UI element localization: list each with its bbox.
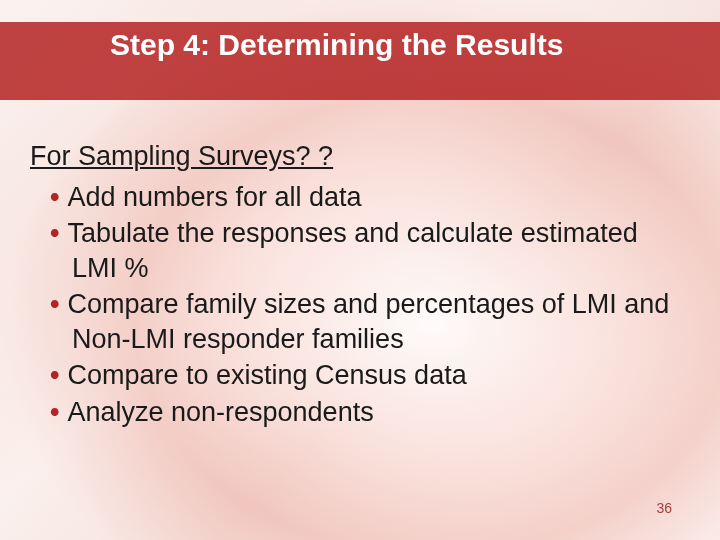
bullet-text: Tabulate the responses and calculate est… (67, 218, 637, 283)
bullet-text: Compare family sizes and percentages of … (67, 289, 669, 354)
list-item: •Add numbers for all data (30, 180, 680, 215)
section-subhead: For Sampling Surveys? ? (30, 140, 680, 174)
bullet-text: Add numbers for all data (67, 182, 361, 212)
list-item: •Compare family sizes and percentages of… (30, 287, 680, 356)
list-item: •Compare to existing Census data (30, 358, 680, 393)
bullet-list: •Add numbers for all data •Tabulate the … (30, 180, 680, 430)
bullet-icon: • (50, 182, 67, 212)
bullet-icon: • (50, 289, 67, 319)
bullet-icon: • (50, 218, 67, 248)
bullet-text: Analyze non-respondents (67, 397, 373, 427)
slide-body: For Sampling Surveys? ? •Add numbers for… (30, 140, 680, 432)
bullet-icon: • (50, 360, 67, 390)
slide: Step 4: Determining the Results For Samp… (0, 0, 720, 540)
list-item: •Tabulate the responses and calculate es… (30, 216, 680, 285)
bullet-text: Compare to existing Census data (67, 360, 466, 390)
bullet-icon: • (50, 397, 67, 427)
slide-title: Step 4: Determining the Results (110, 28, 563, 63)
list-item: •Analyze non-respondents (30, 395, 680, 430)
title-band: Step 4: Determining the Results (0, 22, 720, 100)
page-number: 36 (656, 500, 672, 516)
